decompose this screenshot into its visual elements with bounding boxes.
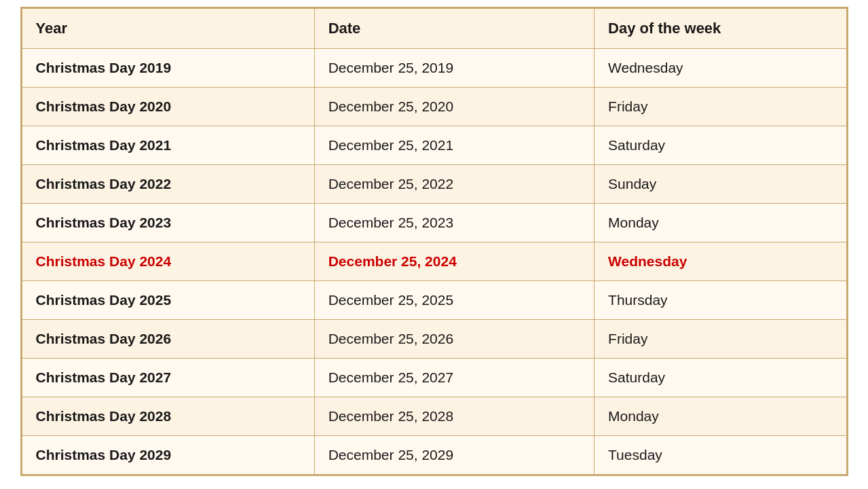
cell-date: December 25, 2022 [314, 165, 594, 204]
cell-date: December 25, 2020 [314, 88, 594, 126]
cell-year: Christmas Day 2021 [22, 126, 314, 165]
table-header-row: Year Date Day of the week [22, 9, 846, 49]
cell-date: December 25, 2023 [314, 204, 594, 242]
cell-year: Christmas Day 2020 [22, 88, 314, 126]
cell-year: Christmas Day 2019 [22, 49, 314, 88]
cell-day: Wednesday [595, 242, 846, 281]
cell-day: Friday [595, 320, 846, 359]
table-row: Christmas Day 2022December 25, 2022Sunda… [22, 165, 846, 204]
cell-year: Christmas Day 2023 [22, 204, 314, 242]
cell-year: Christmas Day 2022 [22, 165, 314, 204]
header-year: Year [22, 9, 314, 49]
cell-day: Wednesday [595, 49, 846, 88]
cell-year: Christmas Day 2028 [22, 397, 314, 436]
cell-year: Christmas Day 2027 [22, 359, 314, 397]
table-row: Christmas Day 2025December 25, 2025Thurs… [22, 281, 846, 320]
header-date: Date [314, 9, 594, 49]
cell-date: December 25, 2021 [314, 126, 594, 165]
cell-day: Monday [595, 397, 846, 436]
cell-day: Saturday [595, 126, 846, 165]
table-row: Christmas Day 2021December 25, 2021Satur… [22, 126, 846, 165]
cell-year: Christmas Day 2029 [22, 436, 314, 475]
cell-date: December 25, 2027 [314, 359, 594, 397]
table-row: Christmas Day 2029December 25, 2029Tuesd… [22, 436, 846, 475]
cell-date: December 25, 2025 [314, 281, 594, 320]
cell-year: Christmas Day 2024 [22, 242, 314, 281]
cell-year: Christmas Day 2026 [22, 320, 314, 359]
table-row: Christmas Day 2028December 25, 2028Monda… [22, 397, 846, 436]
cell-date: December 25, 2029 [314, 436, 594, 475]
cell-year: Christmas Day 2025 [22, 281, 314, 320]
header-day: Day of the week [595, 9, 846, 49]
cell-day: Monday [595, 204, 846, 242]
cell-date: December 25, 2024 [314, 242, 594, 281]
table-row: Christmas Day 2026December 25, 2026Frida… [22, 320, 846, 359]
table-row: Christmas Day 2023December 25, 2023Monda… [22, 204, 846, 242]
table-row: Christmas Day 2024December 25, 2024Wedne… [22, 242, 846, 281]
table-row: Christmas Day 2019December 25, 2019Wedne… [22, 49, 846, 88]
cell-day: Saturday [595, 359, 846, 397]
table-row: Christmas Day 2020December 25, 2020Frida… [22, 88, 846, 126]
cell-date: December 25, 2028 [314, 397, 594, 436]
table-row: Christmas Day 2027December 25, 2027Satur… [22, 359, 846, 397]
christmas-days-table: Year Date Day of the week Christmas Day … [20, 7, 848, 476]
cell-day: Sunday [595, 165, 846, 204]
cell-date: December 25, 2026 [314, 320, 594, 359]
cell-day: Thursday [595, 281, 846, 320]
cell-day: Friday [595, 88, 846, 126]
cell-date: December 25, 2019 [314, 49, 594, 88]
cell-day: Tuesday [595, 436, 846, 475]
